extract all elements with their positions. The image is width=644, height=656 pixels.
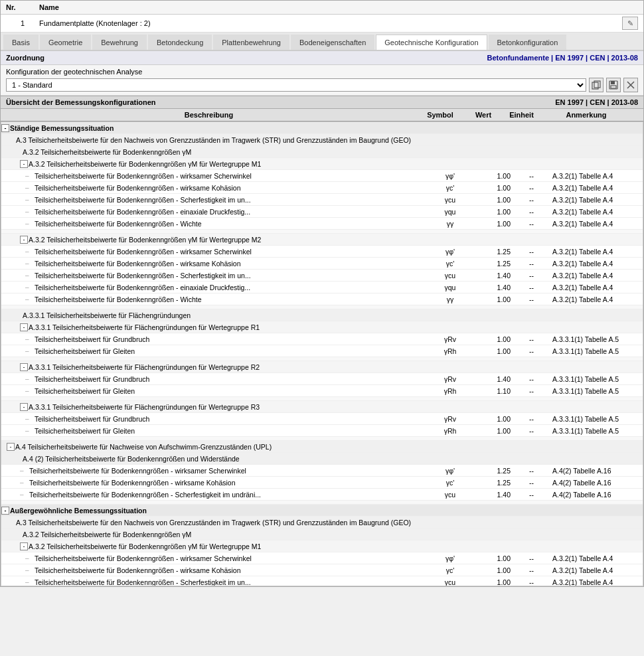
expand-icon[interactable]: - [20, 363, 28, 371]
tree-row-text: Teilsicherheitsbeiwerte für Bodenkenngrö… [35, 184, 241, 192]
tree-row-text: Teilsicherheitsbeiwerte für Bodenkenngrö… [35, 566, 241, 574]
tree-einheit: -- [513, 271, 550, 280]
tree-wert [473, 367, 513, 368]
tab-bodeneigenschaften[interactable]: Bodeneigenschaften [291, 35, 374, 50]
tree-row-text: A.3.3.1 Teilsicherheitsbeiwerte für Fläc… [29, 363, 260, 371]
tree-anmerkung: A.3.2(1) Tabelle A.4 [550, 259, 643, 268]
expand-icon[interactable]: - [1, 124, 9, 132]
tree-row-text: Teilsicherheitsbeiwerte für Bodenkenngrö… [35, 284, 250, 291]
tree-einheit [513, 510, 550, 511]
tree-row-text: Teilsicherheitsbeiwerte für Bodenkenngrö… [35, 272, 251, 280]
tree-row: –Teilsicherheitsbeiwert für GrundbruchγR… [1, 413, 643, 425]
tree-symbol: γRh [427, 347, 473, 356]
tree-anmerkung: A.4(2) Tabelle A.16 [550, 478, 643, 487]
expand-icon[interactable]: - [20, 403, 28, 411]
expand-icon[interactable]: - [1, 507, 9, 515]
tab-bewehrung[interactable]: Bewehrung [92, 35, 147, 50]
tree-symbol [427, 163, 473, 165]
config-row: Konfiguration der geotechnischen Analyse… [1, 65, 643, 96]
col-anmerkung-header: Anmerkung [540, 111, 633, 119]
tree-row: -A.4 Teilsicherheitsbeiwerte für Nachwei… [1, 441, 643, 453]
svg-rect-3 [611, 81, 615, 84]
tree-row: -A.3.2 Teilsicherheitsbeiwerte für Boden… [1, 158, 643, 170]
tree-symbol: γqu [427, 283, 473, 292]
config-btn-1[interactable] [589, 78, 604, 92]
tree-anmerkung: A.4(2) Tabelle A.16 [550, 490, 643, 499]
expand-icon[interactable]: - [20, 542, 28, 550]
tree-symbol: γφ' [427, 466, 473, 475]
tree-symbol: γc' [427, 183, 473, 193]
tree-row: –Teilsicherheitsbeiwerte für Bodenkenngr… [1, 258, 643, 270]
tree-wert: 1.00 [473, 578, 513, 587]
tree-symbol: γφ' [427, 171, 473, 181]
tree-symbol: γc' [427, 259, 473, 268]
tree-row-text: Teilsicherheitsbeiwerte für Bodenkenngrö… [35, 208, 250, 216]
tree-anmerkung [550, 315, 643, 316]
tree-symbol [427, 151, 473, 153]
tree-row-text: A.3.2 Teilsicherheitsbeiwerte für Bodenk… [23, 531, 191, 538]
tree-anmerkung: A.3.2(1) Tabelle A.4 [550, 295, 643, 304]
tree-row: –Teilsicherheitsbeiwerte für Bodenkenngr… [1, 194, 643, 206]
tree-einheit: -- [513, 259, 550, 268]
tree-einheit [513, 522, 550, 523]
tree-content[interactable]: -Ständige BemessungssituationA.3 Teilsic… [1, 122, 643, 586]
tree-wert [473, 522, 513, 523]
tab-geotechnische[interactable]: Geotechnische Konfiguration [376, 35, 487, 50]
expand-icon[interactable]: - [20, 160, 28, 168]
col-beschreibung-header: Beschreibung [1, 111, 417, 119]
tree-symbol: γφ' [427, 554, 473, 563]
table-header: Beschreibung Symbol Wert Einheit Anmerku… [1, 109, 643, 122]
config-btn-3[interactable] [623, 78, 638, 92]
tree-row: –Teilsicherheitsbeiwert für GrundbruchγR… [1, 373, 643, 385]
tree-row-text: A.3.2 Teilsicherheitsbeiwerte für Bodenk… [29, 160, 261, 168]
tree-row: A.3.2 Teilsicherheitsbeiwerte für Bodenk… [1, 529, 643, 540]
tree-wert: 1.40 [473, 490, 513, 499]
tree-row-text: A.3.3.1 Teilsicherheitsbeiwerte für Fläc… [29, 323, 260, 331]
tab-betonkonfiguration[interactable]: Betonkonfiguration [489, 35, 567, 50]
tree-wert: 1.00 [473, 171, 513, 181]
tree-row-text: A.3 Teilsicherheitsbeiwerte für den Nach… [16, 136, 411, 144]
tree-symbol [427, 367, 473, 368]
col-wert-header: Wert [463, 111, 503, 119]
config-select[interactable]: 1 - Standard [6, 78, 586, 92]
tree-row-text: Teilsicherheitsbeiwert für Grundbruch [35, 375, 149, 383]
tree-wert [473, 139, 513, 141]
tab-geometrie[interactable]: Geometrie [40, 35, 91, 50]
edit-icon[interactable]: ✎ [622, 17, 638, 30]
tree-wert: 1.00 [473, 335, 513, 344]
tree-anmerkung: A.3.2(1) Tabelle A.4 [550, 566, 643, 575]
tree-wert [473, 510, 513, 511]
expand-icon[interactable]: - [7, 443, 15, 451]
tab-plattenbewehrung[interactable]: Plattenbewehrung [213, 35, 289, 50]
tree-einheit [513, 239, 550, 240]
expand-icon[interactable]: - [20, 323, 28, 331]
tree-symbol [427, 406, 473, 408]
tree-row: –Teilsicherheitsbeiwert für GleitenγRh1.… [1, 385, 643, 397]
tree-row: –Teilsicherheitsbeiwerte für Bodenkenngr… [1, 218, 643, 230]
config-btn-2[interactable] [606, 78, 621, 92]
zuordnung-right: Betonfundamente | EN 1997 | CEN | 2013-0… [487, 54, 638, 62]
tree-row-text: Teilsicherheitsbeiwerte für Bodenkenngrö… [35, 578, 251, 586]
expand-icon[interactable]: - [20, 236, 28, 244]
tab-basis[interactable]: Basis [3, 35, 39, 50]
tree-anmerkung [550, 151, 643, 153]
tree-anmerkung: A.3.2(1) Tabelle A.4 [550, 271, 643, 280]
tab-betondeckung[interactable]: Betondeckung [148, 35, 212, 50]
tree-anmerkung [550, 163, 643, 165]
tree-einheit [513, 446, 550, 448]
tree-wert: 1.40 [473, 271, 513, 280]
overview-right: EN 1997 | CEN | 2013-08 [555, 98, 638, 106]
tree-row: –Teilsicherheitsbeiwerte für Bodenkenngr… [1, 293, 643, 305]
tree-anmerkung: A.3.2(1) Tabelle A.4 [550, 207, 643, 216]
tree-row-text: A.3.2 Teilsicherheitsbeiwerte für Bodenk… [29, 542, 261, 550]
tree-row: –Teilsicherheitsbeiwerte für Bodenkenngr… [1, 477, 643, 489]
tree-row: A.3.2 Teilsicherheitsbeiwerte für Bodenk… [1, 146, 643, 158]
tree-einheit: -- [513, 490, 550, 499]
tree-wert [473, 127, 513, 129]
tree-symbol: γφ' [427, 247, 473, 256]
tree-anmerkung: A.3.3.1(1) Tabelle A.5 [550, 335, 643, 344]
tree-wert: 1.00 [473, 554, 513, 563]
tree-row-text: Außergewöhnliche Bemessungssituation [10, 507, 147, 515]
tree-wert: 1.00 [473, 347, 513, 356]
tree-symbol [427, 239, 473, 240]
